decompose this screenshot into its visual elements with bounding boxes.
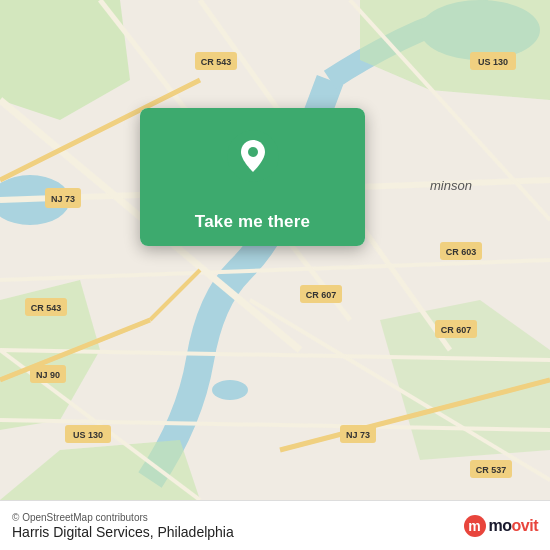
svg-text:NJ 73: NJ 73	[346, 430, 370, 440]
svg-text:CR 603: CR 603	[446, 247, 477, 257]
bottom-bar: © OpenStreetMap contributors Harris Digi…	[0, 500, 550, 550]
svg-text:CR 537: CR 537	[476, 465, 507, 475]
svg-text:minson: minson	[430, 178, 472, 193]
map-view[interactable]: NJ 73 CR 543 US 130 CR 543 NJ 90 US 130 …	[0, 0, 550, 500]
svg-text:US 130: US 130	[478, 57, 508, 67]
svg-point-3	[212, 380, 248, 400]
place-info: © OpenStreetMap contributors Harris Digi…	[12, 512, 234, 540]
svg-point-44	[248, 147, 258, 157]
moovit-m-icon: m	[464, 515, 486, 537]
location-pin-icon	[227, 130, 279, 182]
moovit-logo: m moovit	[464, 515, 538, 537]
popup-header	[140, 108, 365, 198]
svg-text:CR 607: CR 607	[306, 290, 337, 300]
svg-text:CR 543: CR 543	[201, 57, 232, 67]
svg-text:CR 543: CR 543	[31, 303, 62, 313]
svg-text:US 130: US 130	[73, 430, 103, 440]
svg-text:CR 607: CR 607	[441, 325, 472, 335]
take-me-there-button[interactable]: Take me there	[140, 198, 365, 246]
svg-text:NJ 73: NJ 73	[51, 194, 75, 204]
osm-attribution: © OpenStreetMap contributors	[12, 512, 234, 523]
moovit-brand-text: moovit	[489, 517, 538, 535]
location-popup: Take me there	[140, 108, 365, 246]
map-svg: NJ 73 CR 543 US 130 CR 543 NJ 90 US 130 …	[0, 0, 550, 500]
svg-text:NJ 90: NJ 90	[36, 370, 60, 380]
place-name-label: Harris Digital Services, Philadelphia	[12, 524, 234, 540]
